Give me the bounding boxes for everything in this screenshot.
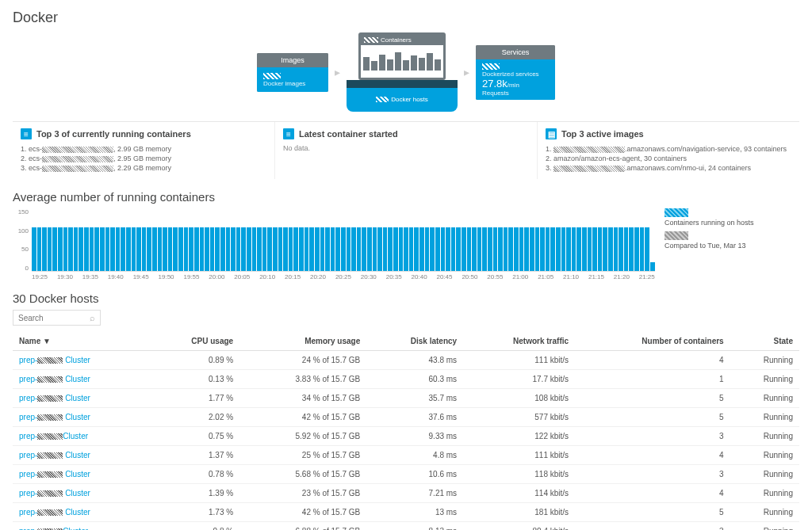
cell: 1 xyxy=(575,370,730,389)
chart-bar xyxy=(650,262,655,271)
chart-bar xyxy=(598,227,603,271)
host-link[interactable]: prep- Cluster xyxy=(19,356,90,364)
column-header[interactable]: Name ▼ xyxy=(13,332,150,351)
chart-bar xyxy=(550,227,555,271)
cell: 5 xyxy=(575,389,730,408)
topo-containers-label: Containers xyxy=(381,36,412,44)
search-icon: ⌕ xyxy=(90,313,95,322)
chart-bar xyxy=(163,227,167,271)
table-row[interactable]: prep- Cluster2.02 %42 % of 15.7 GB37.6 m… xyxy=(13,408,799,427)
cell: 3 xyxy=(575,522,730,531)
topo-services-title: Services xyxy=(476,45,555,59)
chart-bar xyxy=(540,227,545,271)
cell: 1.39 % xyxy=(150,484,239,503)
column-header[interactable]: Number of containers xyxy=(575,332,730,351)
chart-bar xyxy=(409,227,414,271)
chart-area: 150100500 19:2519:3019:3519:4019:4519:50… xyxy=(13,208,655,280)
table-row[interactable]: prep-Cluster0.75 %5.92 % of 15.7 GB9.33 … xyxy=(13,427,799,446)
chart-bar xyxy=(430,227,435,271)
chart-bar xyxy=(504,227,508,271)
cell: 5 xyxy=(575,408,730,427)
chart-bar xyxy=(293,227,298,271)
cell: 111 kbit/s xyxy=(463,351,575,370)
cell: 577 kbit/s xyxy=(463,408,575,427)
host-link[interactable]: prep- Cluster xyxy=(19,394,90,402)
chart-bar xyxy=(252,227,257,271)
host-link[interactable]: prep-Cluster xyxy=(19,527,88,530)
search-box[interactable]: ⌕ xyxy=(13,310,101,326)
chart-bar xyxy=(152,227,157,271)
column-header[interactable]: State xyxy=(730,332,799,351)
host-link[interactable]: prep- Cluster xyxy=(19,508,90,517)
table-row[interactable]: prep-Cluster0.8 %6.88 % of 15.7 GB8.13 m… xyxy=(13,522,799,531)
topo-images-label: Docker images xyxy=(263,80,322,87)
topo-images-box[interactable]: Images Docker images xyxy=(257,53,328,92)
hatch-icon xyxy=(376,97,389,102)
cell: 1.77 % xyxy=(150,389,239,408)
cell: 0.8 % xyxy=(150,522,239,531)
chart-bar xyxy=(446,227,450,271)
chart-bar xyxy=(226,227,231,271)
chart-bar xyxy=(566,227,571,271)
cell: 4 xyxy=(575,351,730,370)
topo-services-box[interactable]: Services Dockerized services 27.8k/min R… xyxy=(476,45,555,100)
host-link[interactable]: prep- Cluster xyxy=(19,375,90,383)
chart-bar xyxy=(488,227,492,271)
chevron-right-icon: ▸ xyxy=(335,66,340,78)
info-panels: ≡Top 3 of currently running containers 1… xyxy=(13,121,799,179)
cell: Running xyxy=(730,427,799,446)
chart-bar xyxy=(377,227,382,271)
topo-hosts-box[interactable]: Containers Docker hosts xyxy=(347,32,458,112)
list-item: 3. ecs-, 2.29 GB memory xyxy=(21,163,266,173)
table-row[interactable]: prep- Cluster1.39 %23 % of 15.7 GB7.21 m… xyxy=(13,484,799,503)
panel-title: Top 3 active images xyxy=(561,129,644,139)
host-link[interactable]: prep- Cluster xyxy=(19,451,90,459)
chart-bar xyxy=(482,227,487,271)
chart-bar xyxy=(451,227,456,271)
column-header[interactable]: Network traffic xyxy=(463,332,575,351)
chart-bar xyxy=(220,227,225,271)
cell: 17.7 kbit/s xyxy=(463,370,575,389)
table-row[interactable]: prep- Cluster1.73 %42 % of 15.7 GB13 ms1… xyxy=(13,503,799,522)
list-icon: ≡ xyxy=(21,128,32,139)
list-icon: ≡ xyxy=(283,128,294,139)
table-row[interactable]: prep- Cluster0.78 %5.68 % of 15.7 GB10.6… xyxy=(13,465,799,484)
cell: 25 % of 15.7 GB xyxy=(239,446,366,465)
chart-bar xyxy=(456,227,461,271)
column-header[interactable]: Disk latency xyxy=(366,332,463,351)
chart-bar xyxy=(435,227,440,271)
chart-bar xyxy=(472,227,477,271)
chart-bar xyxy=(388,227,393,271)
chart-bar xyxy=(367,227,372,271)
table-row[interactable]: prep- Cluster0.89 %24 % of 15.7 GB43.8 m… xyxy=(13,351,799,370)
hosts-table: Name ▼CPU usageMemory usageDisk latencyN… xyxy=(13,332,799,530)
host-link[interactable]: prep-Cluster xyxy=(19,432,88,440)
chart-bar xyxy=(110,227,115,271)
column-header[interactable]: Memory usage xyxy=(239,332,366,351)
cell: 35.7 ms xyxy=(366,389,463,408)
chart-bar xyxy=(629,227,634,271)
host-link[interactable]: prep- Cluster xyxy=(19,413,90,421)
column-header[interactable]: CPU usage xyxy=(150,332,239,351)
search-input[interactable] xyxy=(18,314,90,322)
table-row[interactable]: prep- Cluster1.77 %34 % of 15.7 GB35.7 m… xyxy=(13,389,799,408)
chart-bar xyxy=(614,227,619,271)
cell: 42 % of 15.7 GB xyxy=(239,503,366,522)
host-link[interactable]: prep- Cluster xyxy=(19,489,90,498)
chart-bar xyxy=(592,227,597,271)
chart-bar xyxy=(399,227,404,271)
chart-bar xyxy=(561,227,566,271)
hosts-title: 30 Docker hosts xyxy=(13,292,799,305)
hatch-icon xyxy=(364,37,378,43)
list-item: 1. ecs-, 2.99 GB memory xyxy=(21,144,266,154)
chart-bar xyxy=(299,227,304,271)
host-link[interactable]: prep- Cluster xyxy=(19,470,90,479)
table-row[interactable]: prep- Cluster0.13 %3.83 % of 15.7 GB60.3… xyxy=(13,370,799,389)
chart-bar xyxy=(63,227,68,271)
cell: 5.92 % of 15.7 GB xyxy=(239,427,366,446)
cell: Running xyxy=(730,503,799,522)
chart-bar xyxy=(142,227,147,271)
chart-bar xyxy=(546,227,550,271)
chart-bar xyxy=(147,227,151,271)
table-row[interactable]: prep- Cluster1.37 %25 % of 15.7 GB4.8 ms… xyxy=(13,446,799,465)
